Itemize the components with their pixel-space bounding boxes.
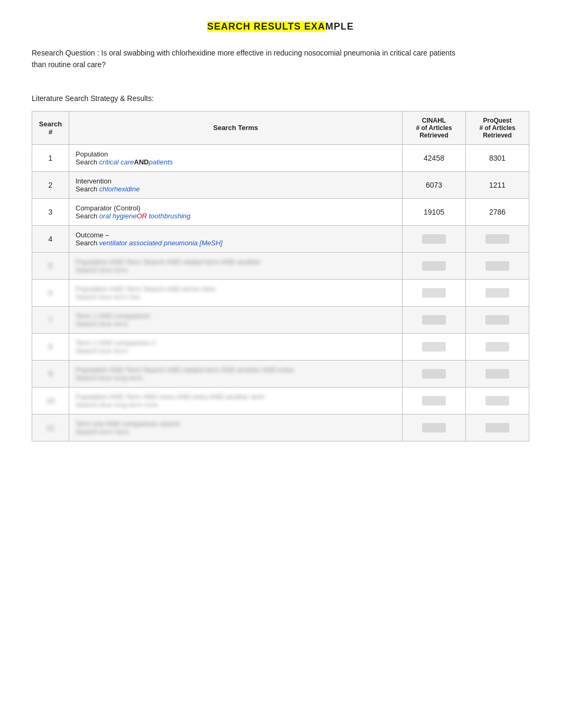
row-proquest: [466, 414, 529, 441]
header-cinahl: CINAHL# of ArticlesRetrieved: [403, 111, 466, 144]
row-proquest: 2786: [466, 198, 529, 225]
row-terms: Term 1 AND comparison Search blue term: [69, 306, 403, 333]
row-terms: Comparator (Control) Search oral hygiene…: [69, 198, 403, 225]
row-num: 5: [32, 252, 69, 279]
search-term-italic: oral hygiene: [99, 212, 137, 220]
table-row: 2 Intervention Search chlorhexidine 6073…: [32, 171, 529, 198]
row-cinahl: [403, 387, 466, 414]
row-proquest: [466, 333, 529, 360]
table-row: 1 Population Search critical careANDpati…: [32, 144, 529, 171]
table-row: 11 Term one AND comparison search Search…: [32, 414, 529, 441]
row-terms: Outcome – Search ventilator associated p…: [69, 225, 403, 252]
header-search-num: Search#: [32, 111, 69, 144]
table-row: 10 Population AND Term AND more AND extr…: [32, 387, 529, 414]
row-cinahl: [403, 360, 466, 387]
title-suffix: MPLE: [325, 21, 354, 32]
row-terms: Intervention Search chlorhexidine: [69, 171, 403, 198]
blurred-value: [485, 234, 509, 244]
row-terms: Population AND Term AND more AND extra A…: [69, 387, 403, 414]
search-term-italic: critical care: [99, 158, 134, 166]
row-num: 6: [32, 279, 69, 306]
table-row: 7 Term 1 AND comparison Search blue term: [32, 306, 529, 333]
row-terms: Population AND Term Search AND terms her…: [69, 279, 403, 306]
row-proquest: 1211: [466, 171, 529, 198]
header-proquest: ProQuest# of ArticlesRetrieved: [466, 111, 529, 144]
row-proquest: [466, 252, 529, 279]
row-cinahl: [403, 279, 466, 306]
row-cinahl: [403, 414, 466, 441]
row-proquest: [466, 387, 529, 414]
row-num: 3: [32, 198, 69, 225]
section-label: Literature Search Strategy & Results:: [32, 94, 529, 103]
row-proquest: [466, 225, 529, 252]
row-num: 4: [32, 225, 69, 252]
row-num: 10: [32, 387, 69, 414]
search-term-italic: chlorhexidine: [99, 185, 140, 193]
row-num: 7: [32, 306, 69, 333]
row-proquest: [466, 279, 529, 306]
header-search-terms: Search Terms: [69, 111, 403, 144]
table-row: 5 Population AND Term Search AND related…: [32, 252, 529, 279]
row-proquest: [466, 306, 529, 333]
row-num: 9: [32, 360, 69, 387]
row-cinahl: [403, 252, 466, 279]
row-cinahl: 19105: [403, 198, 466, 225]
search-operator: AND: [134, 158, 149, 166]
search-operator-red: OR: [137, 212, 147, 220]
row-proquest: 8301: [466, 144, 529, 171]
table-row: 9 Population AND Term Search AND related…: [32, 360, 529, 387]
row-cinahl: [403, 225, 466, 252]
title-highlighted: SEARCH RESULTS EXA: [207, 21, 325, 32]
table-row: 6 Population AND Term Search AND terms h…: [32, 279, 529, 306]
search-term-italic2: toothbrushing: [147, 212, 190, 220]
row-num: 2: [32, 171, 69, 198]
row-proquest: [466, 360, 529, 387]
search-term-italic: ventilator associated pneumonia [MeSH]: [99, 239, 222, 247]
row-num: 1: [32, 144, 69, 171]
row-cinahl: 42458: [403, 144, 466, 171]
table-row: 8 Term 1 AND comparison 2 Search blue te…: [32, 333, 529, 360]
row-terms: Population AND Term Search AND related t…: [69, 360, 403, 387]
table-row: 4 Outcome – Search ventilator associated…: [32, 225, 529, 252]
row-terms: Population Search critical careANDpatien…: [69, 144, 403, 171]
row-cinahl: [403, 306, 466, 333]
row-terms: Term 1 AND comparison 2 Search blue term: [69, 333, 403, 360]
row-terms: Population AND Term Search AND related t…: [69, 252, 403, 279]
page-title: SEARCH RESULTS EXAMPLE: [32, 21, 529, 32]
row-num: 11: [32, 414, 69, 441]
search-term-italic2: patients: [149, 158, 173, 166]
research-question: Research Question : Is oral swabbing wit…: [32, 47, 465, 71]
table-row: 3 Comparator (Control) Search oral hygie…: [32, 198, 529, 225]
row-terms: Term one AND comparison search Search te…: [69, 414, 403, 441]
row-num: 8: [32, 333, 69, 360]
blurred-value: [422, 234, 446, 244]
search-results-table: Search# Search Terms CINAHL# of Articles…: [32, 111, 529, 441]
row-cinahl: [403, 333, 466, 360]
row-cinahl: 6073: [403, 171, 466, 198]
